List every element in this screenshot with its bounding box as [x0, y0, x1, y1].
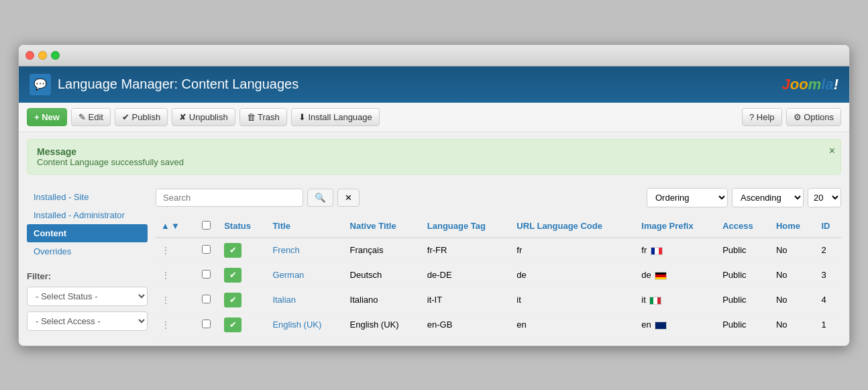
help-button[interactable]: ? Help [742, 108, 782, 126]
row-status: ✔ [219, 262, 267, 287]
row-checkbox[interactable] [202, 295, 211, 303]
ordering-select[interactable]: Ordering Title Status Language Tag Acces… [647, 188, 728, 207]
row-image-prefix: fr [636, 238, 717, 263]
row-language-tag: it-IT [422, 287, 512, 312]
trash-button[interactable]: 🗑 Trash [239, 108, 287, 126]
search-input[interactable] [156, 189, 303, 207]
row-native-title: Deutsch [345, 262, 422, 287]
col-title[interactable]: Title [267, 215, 344, 238]
status-toggle-button[interactable]: ✔ [224, 318, 241, 332]
sort-up-icon[interactable]: ▲ [161, 221, 170, 231]
sidebar-item-overrides[interactable]: Overrides [27, 242, 148, 260]
row-native-title: Français [345, 238, 422, 263]
row-language-tag: de-DE [422, 262, 512, 287]
row-access: Public [717, 287, 771, 312]
search-button[interactable]: 🔍 [307, 189, 333, 207]
row-checkbox-cell [194, 287, 219, 312]
col-status[interactable]: Status [219, 215, 267, 238]
col-native-title[interactable]: Native Title [345, 215, 422, 238]
status-toggle-button[interactable]: ✔ [224, 268, 241, 283]
status-filter[interactable]: - Select Status - Published Unpublished … [27, 287, 148, 306]
row-title: English (UK) [267, 312, 344, 337]
status-toggle-button[interactable]: ✔ [224, 243, 241, 258]
titlebar [19, 45, 849, 66]
publish-button[interactable]: ✔ Publish [115, 108, 168, 126]
page-title: Language Manager: Content Languages [58, 77, 299, 92]
install-language-button[interactable]: ⬇ Install Language [291, 108, 380, 126]
title-link[interactable]: Italian [272, 295, 296, 305]
row-language-tag: fr-FR [422, 238, 512, 263]
row-checkbox[interactable] [202, 245, 211, 254]
unpublish-button[interactable]: ✘ Unpublish [172, 108, 235, 126]
message-title: Message [37, 146, 831, 157]
maximize-button[interactable] [51, 51, 60, 60]
row-checkbox[interactable] [202, 270, 211, 279]
sidebar-item-content[interactable]: Content [27, 224, 148, 242]
col-language-tag[interactable]: Language Tag [422, 215, 512, 238]
search-clear-button[interactable]: ✕ [337, 189, 360, 207]
drag-handle[interactable]: ⋮ [156, 287, 194, 312]
drag-handle[interactable]: ⋮ [156, 262, 194, 287]
row-image-prefix: de [636, 262, 717, 287]
page-size-select[interactable]: 5 10 15 20 25 50 100 All [808, 188, 841, 207]
row-id: 1 [816, 312, 841, 337]
row-native-title: English (UK) [345, 312, 422, 337]
col-url-code[interactable]: URL Language Code [511, 215, 636, 238]
sidebar-item-installed-admin[interactable]: Installed - Administrator [27, 206, 148, 224]
titlebar-buttons [25, 51, 60, 60]
col-home[interactable]: Home [771, 215, 816, 238]
toolbar: + New ✎ Edit ✔ Publish ✘ Unpublish 🗑 Tra… [19, 103, 849, 132]
row-home: No [771, 312, 816, 337]
message-close-button[interactable]: × [829, 145, 835, 157]
row-id: 2 [816, 238, 841, 263]
sort-down-icon[interactable]: ▼ [171, 221, 180, 231]
access-filter[interactable]: - Select Access - Public Registered Spec… [27, 311, 148, 331]
col-id[interactable]: ID [816, 215, 841, 238]
title-link[interactable]: French [272, 245, 299, 255]
header-icon: 💬 [30, 74, 51, 95]
title-link[interactable]: English (UK) [272, 320, 321, 330]
header-title: 💬 Language Manager: Content Languages [30, 74, 299, 95]
row-checkbox-cell [194, 238, 219, 263]
row-checkbox-cell [194, 262, 219, 287]
row-url-code: de [511, 262, 636, 287]
main-content: 🔍 ✕ Ordering Title Status Language Tag A… [156, 181, 841, 338]
row-url-code: en [511, 312, 636, 337]
joomla-logo: Joomla! [782, 76, 838, 93]
row-access: Public [717, 312, 771, 337]
direction-select[interactable]: Ascending Descending [732, 188, 804, 207]
col-checkbox [194, 215, 219, 238]
row-title: French [267, 238, 344, 263]
table-row: ⋮ ✔ German Deutsch de-DE de de Public No… [156, 262, 841, 287]
table-row: ⋮ ✔ English (UK) English (UK) en-GB en e… [156, 312, 841, 337]
row-id: 3 [816, 262, 841, 287]
close-button[interactable] [25, 51, 34, 60]
status-toggle-button[interactable]: ✔ [224, 293, 241, 307]
row-checkbox[interactable] [202, 320, 211, 328]
row-home: No [771, 262, 816, 287]
options-button[interactable]: ⚙ Options [786, 108, 841, 126]
content-area: Installed - Site Installed - Administrat… [19, 181, 849, 346]
minimize-button[interactable] [38, 51, 47, 60]
col-access[interactable]: Access [717, 215, 771, 238]
table-row: ⋮ ✔ French Français fr-FR fr fr Public N… [156, 238, 841, 263]
sidebar-item-installed-site[interactable]: Installed - Site [27, 188, 148, 206]
header: 💬 Language Manager: Content Languages Jo… [19, 66, 849, 103]
col-image-prefix[interactable]: Image Prefix [636, 215, 717, 238]
table-row: ⋮ ✔ Italian Italiano it-IT it it Public … [156, 287, 841, 312]
row-access: Public [717, 238, 771, 263]
row-access: Public [717, 262, 771, 287]
edit-button[interactable]: ✎ Edit [71, 108, 111, 126]
search-bar: 🔍 ✕ Ordering Title Status Language Tag A… [156, 188, 841, 207]
row-status: ✔ [219, 312, 267, 337]
row-home: No [771, 238, 816, 263]
filter-section: Filter: - Select Status - Published Unpu… [27, 271, 148, 331]
table-header-row: ▲ ▼ Status Title Native Title Language T… [156, 215, 841, 238]
new-button[interactable]: + New [27, 108, 67, 126]
sort-controls: Ordering Title Status Language Tag Acces… [647, 188, 841, 207]
row-url-code: it [511, 287, 636, 312]
select-all-checkbox[interactable] [202, 221, 211, 230]
drag-handle[interactable]: ⋮ [156, 312, 194, 337]
drag-handle[interactable]: ⋮ [156, 238, 194, 263]
title-link[interactable]: German [272, 270, 304, 280]
